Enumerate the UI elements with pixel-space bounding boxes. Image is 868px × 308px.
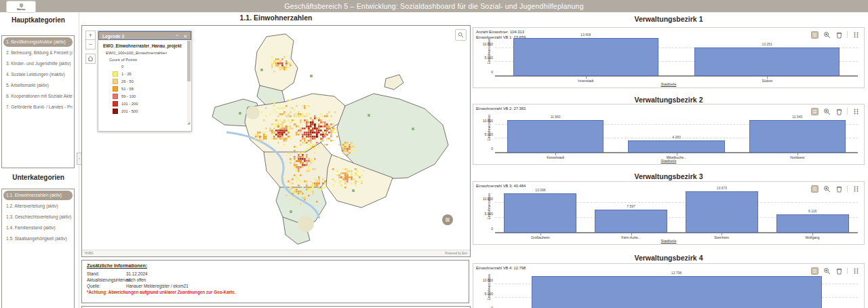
population-raster-cell [308, 132, 310, 134]
population-raster-cell [322, 140, 324, 142]
legend-toggle-button[interactable] [442, 214, 453, 225]
population-raster-cell [312, 123, 314, 126]
sub-category-item[interactable]: 1.4. Familienstand (aktiv) [3, 223, 73, 233]
population-raster-cell [275, 123, 277, 126]
x-axis-title[interactable]: Stadtteile [473, 82, 864, 86]
main-category-item[interactable]: 5. Arbeitsmarkt (aktiv) [3, 81, 73, 90]
population-raster-cell [351, 142, 353, 144]
population-raster-cell [279, 128, 281, 130]
main-category-item[interactable]: 6. Kooperationen mit Soziale Akteuren (i… [3, 92, 73, 101]
bar[interactable] [507, 120, 604, 153]
map-search-button[interactable] [455, 29, 467, 41]
home-button[interactable] [85, 54, 96, 64]
population-raster-cell [300, 132, 302, 134]
population-raster-cell [312, 136, 314, 138]
population-raster-cell [288, 152, 290, 154]
bar[interactable] [504, 193, 576, 233]
population-raster-cell [326, 138, 328, 140]
bar[interactable] [686, 191, 758, 233]
sub-categories-heading: Unterkategorien [0, 174, 77, 181]
main-category-item[interactable]: 7. Geförderte Bund- / Landes - Projekte … [3, 102, 73, 112]
chart-panel: Einwohnerzahl VB 4: 12.79805.00010.000Ei… [473, 263, 865, 308]
population-raster-cell [310, 185, 312, 187]
population-raster-cell [316, 180, 318, 182]
population-raster-cell [302, 113, 304, 115]
population-raster-cell [269, 99, 271, 101]
population-raster-cell [316, 142, 318, 144]
sub-category-item[interactable]: 1.5. Staatsangehörigkeit (aktiv) [3, 234, 73, 244]
population-raster-cell [296, 180, 298, 182]
main-category-item[interactable]: 3. Kinder- und Jugendhilfe (aktiv) [3, 59, 73, 69]
population-raster-cell [355, 172, 357, 174]
sub-category-item[interactable]: 1.1. Einwohnerzahlen (aktiv) [3, 191, 73, 200]
population-raster-cell [290, 138, 292, 140]
population-raster-cell [292, 178, 294, 180]
bar[interactable] [532, 276, 822, 308]
legend-class-row: 0 [113, 64, 184, 69]
bar[interactable] [749, 120, 846, 153]
legend-window-titlebar[interactable]: Legende 3 ⌃ ✕ [98, 31, 191, 40]
population-raster-cell [290, 160, 292, 162]
population-raster-cell [279, 134, 281, 136]
chart-plot-area: 05.00010.000Einwohnerzahlen11.560Kessels… [495, 113, 858, 153]
legend-scrollbar[interactable] [187, 41, 191, 125]
population-raster-cell [279, 113, 281, 115]
population-raster-cell [294, 156, 296, 158]
population-raster-cell [347, 176, 349, 178]
population-raster-cell [344, 174, 347, 176]
legend-resize-handle[interactable]: ◢ [187, 121, 190, 125]
bar[interactable] [628, 140, 725, 153]
park-icon [352, 189, 355, 192]
bar[interactable] [776, 214, 849, 233]
info-row-label: Quelle: [87, 283, 126, 289]
population-raster-cell [261, 111, 263, 113]
population-raster-cell [310, 160, 312, 162]
population-raster-cell [332, 123, 334, 126]
x-axis-title[interactable]: Stadtteile [473, 159, 864, 163]
legend-swatch [113, 109, 118, 114]
district-polygon[interactable] [384, 75, 403, 90]
y-axis-title: Einwohnerzahlen [487, 38, 491, 64]
park-icon [290, 210, 292, 213]
population-raster-cell [263, 138, 265, 140]
zoom-out-button[interactable]: − [85, 39, 96, 50]
population-raster-cell [281, 123, 283, 126]
bar[interactable] [513, 38, 658, 76]
population-raster-cell [304, 138, 306, 140]
population-raster-cell [257, 132, 259, 134]
population-raster-cell [347, 142, 349, 144]
main-category-item[interactable]: 4. Soziale Leistungen (inaktiv) [3, 70, 73, 79]
legend-class-label: 0 [121, 64, 123, 69]
population-raster-cell [308, 187, 310, 189]
population-raster-cell [277, 126, 279, 128]
population-raster-cell [273, 132, 275, 134]
population-raster-cell [347, 172, 349, 174]
park-icon [310, 75, 313, 77]
chart-info-line: Einwohnerzahl VB 3: 40.484 [476, 184, 526, 189]
population-raster-cell [279, 123, 281, 126]
landmark-circle [246, 106, 260, 119]
bar-value-label: 7.597 [627, 204, 635, 208]
population-raster-cell [332, 130, 334, 132]
sub-category-item[interactable]: 1.3. Geschlechtsverteilung (aktiv) [3, 212, 73, 222]
sub-category-item[interactable]: 1.2. Altersverteilung (aktiv) [3, 201, 73, 211]
population-raster-cell [326, 130, 328, 132]
minus-icon: − [89, 41, 92, 47]
population-raster-cell [285, 138, 288, 140]
population-raster-cell [255, 134, 257, 136]
population-raster-cell [263, 134, 265, 136]
population-raster-cell [277, 121, 279, 123]
population-raster-cell [304, 105, 306, 107]
population-raster-cell [300, 128, 302, 130]
population-raster-cell [275, 138, 277, 140]
map-container[interactable]: + − Legende 3 ⌃ ✕ EWO_Einwohnerraster_Ha… [81, 25, 471, 257]
population-raster-cell [306, 170, 308, 172]
main-category-item[interactable]: 1. Bevölkerungsstruktur (aktiv) [3, 37, 73, 47]
x-axis-title[interactable]: Stadtteile [473, 239, 864, 243]
main-category-item[interactable]: 2. Betreuung, Bildung & Freizeit (aktiv) [3, 48, 73, 58]
bar[interactable] [595, 210, 667, 233]
population-raster-cell [281, 134, 283, 136]
population-raster-cell [296, 123, 298, 126]
bar[interactable] [694, 47, 840, 76]
population-raster-cell [306, 148, 308, 150]
